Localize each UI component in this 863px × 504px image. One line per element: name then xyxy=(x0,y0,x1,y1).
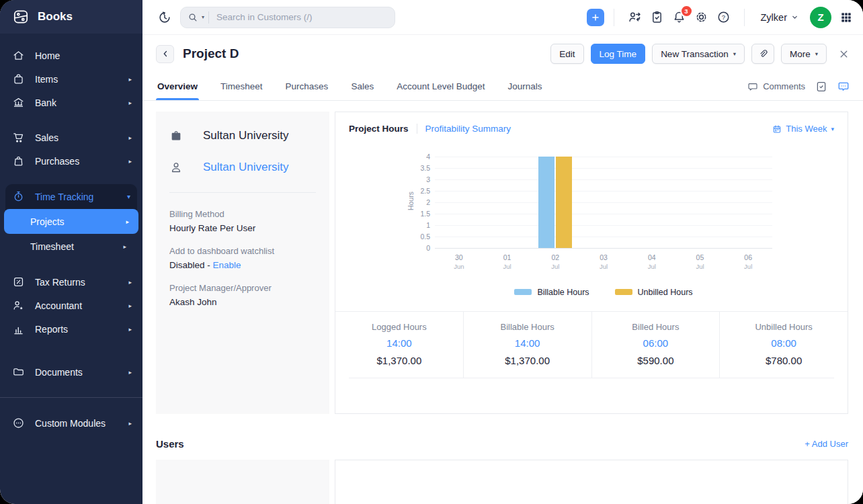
sidebar-item-custom-modules[interactable]: Custom Modules ▸ xyxy=(0,411,142,435)
checklist-icon-button[interactable] xyxy=(815,81,827,93)
x-tick-label: 01Jul xyxy=(483,253,532,271)
overview-content: Sultan University Sultan University Bill… xyxy=(142,101,863,504)
recent-history-icon[interactable] xyxy=(157,10,172,25)
gridline xyxy=(435,191,772,192)
chevron-right-icon: ▸ xyxy=(128,158,132,165)
gridline xyxy=(435,214,772,214)
tab-timesheet[interactable]: Timesheet xyxy=(219,73,264,100)
search-input[interactable] xyxy=(215,11,388,23)
chevron-right-icon: ▸ xyxy=(128,134,132,141)
contact-name-link[interactable]: Sultan University xyxy=(203,161,289,174)
tab-purchases[interactable]: Purchases xyxy=(284,73,330,100)
search-divider xyxy=(208,11,209,24)
sidebar-item-purchases[interactable]: Purchases ▸ xyxy=(0,149,142,173)
stat-unbilled-hours: Unbilled Hours 08:00 $780.00 xyxy=(719,312,848,378)
chevron-right-icon: ▸ xyxy=(128,279,132,286)
org-name: Zylker xyxy=(761,12,787,23)
sidebar-item-tax-returns[interactable]: Tax Returns ▸ xyxy=(0,270,142,294)
sidebar-item-projects-active[interactable]: Projects ▸ xyxy=(4,209,138,234)
home-icon xyxy=(12,49,25,62)
org-switcher[interactable]: Zylker xyxy=(761,12,798,23)
y-tick-label: 1.5 xyxy=(420,210,430,218)
comments-label: Comments xyxy=(763,81,805,91)
more-button[interactable]: More▾ xyxy=(781,44,827,64)
tab-sales[interactable]: Sales xyxy=(350,73,375,100)
legend-swatch xyxy=(615,289,632,295)
tabbar-actions: Comments xyxy=(747,73,850,100)
tab-journals[interactable]: Journals xyxy=(507,73,544,100)
page-title: Project D xyxy=(183,46,239,61)
project-info-panel: Sultan University Sultan University Bill… xyxy=(156,112,329,414)
quick-create-button[interactable] xyxy=(587,9,604,26)
close-icon[interactable] xyxy=(838,48,850,60)
edit-button[interactable]: Edit xyxy=(550,44,583,64)
books-logo-icon xyxy=(12,8,30,26)
chart-legend: Billable HoursUnbilled Hours xyxy=(435,288,772,297)
sidebar-item-label: Bank xyxy=(35,97,56,108)
sidebar-item-label: Timesheet xyxy=(30,241,74,252)
new-transaction-button[interactable]: New Transaction▾ xyxy=(652,44,745,64)
notification-badge: 3 xyxy=(682,6,692,16)
refer-contacts-icon[interactable] xyxy=(628,10,642,24)
log-time-button[interactable]: Log Time xyxy=(591,44,646,64)
help-icon[interactable]: ? xyxy=(716,10,731,24)
y-tick-label: 0.5 xyxy=(420,233,430,241)
field-label: Add to dashboard watchlist xyxy=(169,246,316,256)
chevron-down-icon xyxy=(791,13,798,21)
date-range-selector[interactable]: This Week ▾ xyxy=(772,124,834,134)
stat-amount: $590.00 xyxy=(592,355,720,366)
sidebar-item-label: Projects xyxy=(30,216,65,227)
settings-gear-icon[interactable] xyxy=(694,10,708,24)
enable-watchlist-link[interactable]: Enable xyxy=(213,260,241,270)
stat-amount: $1,370.00 xyxy=(464,355,591,366)
chevron-right-icon: ▸ xyxy=(128,369,132,376)
search-scope-chevron-icon[interactable]: ▾ xyxy=(202,14,204,20)
sidebar-item-label: Home xyxy=(35,50,60,61)
watchlist-field: Add to dashboard watchlist Disabled - En… xyxy=(169,246,316,270)
sidebar-item-sales[interactable]: Sales ▸ xyxy=(0,126,142,149)
x-tick-label: 04Jul xyxy=(628,253,676,271)
chevron-right-icon: ▸ xyxy=(123,243,126,250)
sidebar-nav: Home Items ▸ Bank ▸ Sales ▸ Purchases xyxy=(0,34,142,435)
user-avatar[interactable]: Z xyxy=(810,7,831,28)
chart-plot: Hours 43.532.521.510.50 xyxy=(435,157,772,249)
gridline xyxy=(435,168,772,169)
legend-swatch xyxy=(514,289,532,295)
add-user-button[interactable]: + Add User xyxy=(805,439,848,449)
hours-stats-row: Logged Hours 14:00 $1,370.00 Billable Ho… xyxy=(335,312,848,378)
chevron-right-icon: ▸ xyxy=(128,76,132,83)
y-tick-label: 3.5 xyxy=(420,164,430,172)
apps-grid-icon[interactable] xyxy=(840,11,852,24)
sidebar-item-reports[interactable]: Reports ▸ xyxy=(0,317,142,341)
sidebar-item-items[interactable]: Items ▸ xyxy=(0,67,142,91)
comment-bubble-icon xyxy=(747,81,758,92)
back-button[interactable] xyxy=(156,45,174,63)
subscriptions-clipboard-icon[interactable] xyxy=(650,10,664,24)
sidebar-item-home[interactable]: Home xyxy=(0,44,142,67)
sidebar-item-accountant[interactable]: Accountant ▸ xyxy=(0,294,142,317)
chevron-right-icon: ▸ xyxy=(128,302,132,309)
sidebar-item-label: Tax Returns xyxy=(35,277,85,288)
sidebar-item-time-tracking[interactable]: Time Tracking ▾ xyxy=(5,184,137,209)
tab-account-level-budget[interactable]: Account Level Budget xyxy=(395,73,486,100)
users-title: Users xyxy=(156,438,184,450)
comments-button[interactable]: Comments xyxy=(747,81,805,92)
attachments-button[interactable] xyxy=(751,44,774,64)
field-label: Project Manager/Approver xyxy=(169,283,316,293)
notifications-bell[interactable]: 3 xyxy=(672,10,686,24)
sidebar-item-label: Items xyxy=(35,74,58,85)
project-hours-tab[interactable]: Project Hours xyxy=(349,124,417,134)
sales-cart-icon xyxy=(12,131,25,144)
sidebar-item-timesheet[interactable]: Timesheet ▸ xyxy=(0,234,142,259)
sidebar-item-documents[interactable]: Documents ▸ xyxy=(0,360,142,384)
feedback-chat-button[interactable] xyxy=(837,81,850,93)
field-value: Disabled - Enable xyxy=(169,260,316,270)
sidebar-item-bank[interactable]: Bank ▸ xyxy=(0,91,142,114)
chevron-right-icon: ▸ xyxy=(126,218,129,225)
profitability-summary-tab[interactable]: Profitability Summary xyxy=(425,124,511,134)
users-section-header: Users + Add User xyxy=(156,438,848,450)
app-logo[interactable]: Books xyxy=(0,0,142,34)
date-range-label: This Week xyxy=(786,124,827,134)
tab-overview[interactable]: Overview xyxy=(156,73,199,100)
custom-modules-icon xyxy=(12,417,25,429)
